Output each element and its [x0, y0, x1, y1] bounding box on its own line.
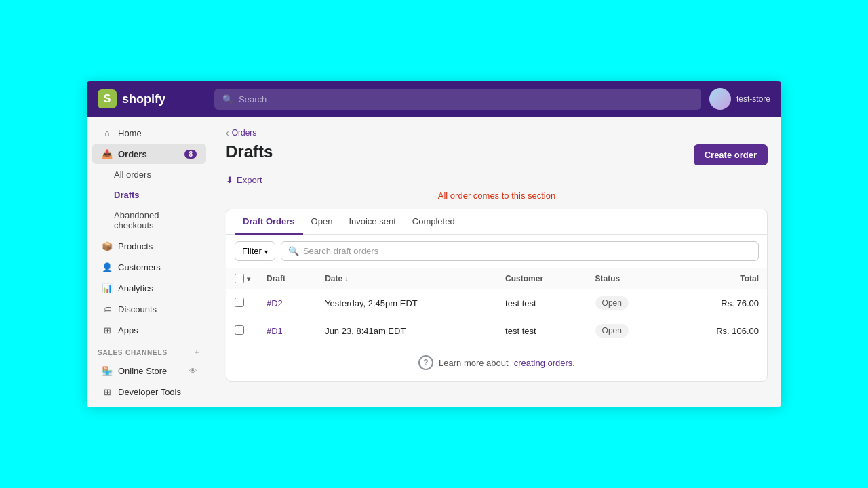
sidebar-item-orders[interactable]: 📥 Orders 8 — [92, 144, 206, 164]
discounts-icon: 🏷 — [102, 304, 113, 314]
search-input[interactable] — [239, 94, 693, 104]
avatar — [709, 88, 731, 110]
logo-area: S shopify — [98, 89, 206, 108]
sidebar-item-analytics[interactable]: 📊 Analytics — [92, 278, 206, 298]
draft-search-wrapper[interactable]: 🔍 — [281, 241, 759, 261]
orders-badge: 8 — [184, 150, 197, 159]
sidebar-label-analytics: Analytics — [118, 283, 153, 293]
row-2-total: Rs. 106.00 — [669, 317, 767, 345]
export-icon: ⬇ — [226, 175, 233, 185]
search-bar-container[interactable]: 🔍 — [214, 89, 701, 110]
row-1-status-badge: Open — [595, 296, 629, 310]
row-1-checkbox-cell — [226, 289, 258, 317]
row-1-total: Rs. 76.00 — [669, 289, 767, 317]
help-footer: ? Learn more about creating orders. — [226, 344, 767, 381]
sidebar-item-home[interactable]: ⌂ Home — [92, 123, 206, 143]
th-date[interactable]: Date — [317, 268, 497, 289]
drafts-card: Draft Orders Open Invoice sent Completed — [226, 209, 768, 382]
export-button[interactable]: ⬇ Export — [226, 175, 262, 185]
sidebar-label-online-store: Online Store — [118, 366, 167, 376]
nav-right: test-store — [709, 88, 770, 110]
table-row: #D2 Yesterday, 2:45pm EDT test test Open… — [226, 289, 767, 317]
sidebar-label-apps: Apps — [118, 325, 138, 336]
tab-open[interactable]: Open — [303, 209, 341, 235]
row-2-status-badge: Open — [595, 324, 629, 338]
help-text: Learn more about — [439, 358, 509, 368]
row-2-checkbox-cell — [226, 317, 258, 345]
page-actions-row: Drafts Create order — [226, 142, 768, 167]
tab-completed[interactable]: Completed — [404, 209, 463, 235]
orders-icon: 📥 — [102, 148, 113, 159]
sidebar-item-developer-tools[interactable]: ⊞ Developer Tools — [92, 382, 206, 402]
customers-icon: 👤 — [102, 262, 113, 272]
row-2-date: Jun 23, 8:41am EDT — [317, 317, 497, 345]
logo-text: shopify — [122, 92, 165, 106]
sidebar-item-all-orders[interactable]: All orders — [92, 165, 206, 184]
row-2-draft-link[interactable]: #D1 — [267, 326, 283, 336]
page-title: Drafts — [226, 142, 273, 161]
th-customer: Customer — [497, 268, 587, 289]
sidebar-label-home: Home — [118, 128, 142, 138]
row-2-draft: #D1 — [258, 317, 317, 345]
row-1-draft: #D2 — [258, 289, 317, 317]
sidebar-label-developer-tools: Developer Tools — [118, 387, 181, 397]
breadcrumb-text: Orders — [232, 128, 257, 138]
shopify-logo-icon: S — [98, 89, 117, 108]
tab-draft-orders[interactable]: Draft Orders — [235, 209, 303, 235]
filter-button[interactable]: Filter — [235, 241, 275, 261]
sidebar-label-discounts: Discounts — [118, 304, 157, 314]
tab-invoice-sent[interactable]: Invoice sent — [340, 209, 403, 235]
row-1-draft-link[interactable]: #D2 — [267, 298, 283, 308]
products-icon: 📦 — [102, 241, 113, 251]
breadcrumb-arrow: ‹ — [226, 127, 229, 138]
row-1-checkbox[interactable] — [235, 298, 244, 307]
sidebar-item-abandoned[interactable]: Abandoned checkouts — [92, 205, 206, 235]
th-total: Total — [669, 268, 767, 289]
select-all-chevron-icon[interactable] — [247, 274, 250, 283]
creating-orders-link[interactable]: creating orders. — [514, 358, 575, 368]
add-sales-channel-icon[interactable]: ＋ — [193, 348, 201, 357]
draft-search-input[interactable] — [303, 246, 751, 256]
breadcrumb[interactable]: ‹ Orders — [226, 127, 768, 138]
sidebar: ⌂ Home 📥 Orders 8 All orders Drafts Aban… — [87, 117, 212, 407]
row-1-customer: test test — [497, 289, 587, 317]
sidebar-label-drafts: Drafts — [114, 190, 140, 200]
online-store-icon: 🏪 — [102, 365, 113, 376]
sidebar-item-customers[interactable]: 👤 Customers — [92, 257, 206, 277]
row-2-customer: test test — [497, 317, 587, 345]
main-layout: ⌂ Home 📥 Orders 8 All orders Drafts Aban… — [87, 117, 781, 407]
sidebar-label-abandoned: Abandoned checkouts — [114, 210, 197, 230]
sales-channels-label: SALES CHANNELS — [98, 349, 167, 357]
sidebar-label-products: Products — [118, 241, 153, 251]
export-label: Export — [237, 175, 262, 185]
draft-search-icon: 🔍 — [288, 246, 299, 256]
sales-channels-section: SALES CHANNELS ＋ — [87, 341, 212, 360]
apps-icon: ⊞ — [102, 325, 113, 336]
th-checkbox — [226, 268, 258, 289]
sidebar-label-customers: Customers — [118, 262, 161, 272]
table-row: #D1 Jun 23, 8:41am EDT test test Open Rs… — [226, 317, 767, 345]
filter-row: Filter 🔍 — [226, 235, 767, 268]
filter-chevron-icon — [264, 246, 268, 256]
sidebar-item-drafts[interactable]: Drafts — [92, 185, 206, 205]
home-icon: ⌂ — [102, 127, 113, 138]
row-2-checkbox[interactable] — [235, 325, 244, 335]
help-icon: ? — [418, 355, 433, 370]
row-2-status: Open — [587, 317, 669, 345]
sidebar-label-all-orders: All orders — [114, 169, 151, 180]
sidebar-item-online-store[interactable]: 🏪 Online Store 👁 — [92, 361, 206, 381]
select-all-checkbox[interactable] — [235, 274, 244, 283]
online-store-eye-icon[interactable]: 👁 — [189, 367, 197, 375]
row-1-date: Yesterday, 2:45pm EDT — [317, 289, 497, 317]
th-status: Status — [587, 268, 669, 289]
th-draft: Draft — [258, 268, 317, 289]
sidebar-item-discounts[interactable]: 🏷 Discounts — [92, 299, 206, 319]
date-sort-icon — [345, 274, 349, 283]
sidebar-item-products[interactable]: 📦 Products — [92, 236, 206, 256]
create-order-button[interactable]: Create order — [694, 144, 768, 165]
tabs-row: Draft Orders Open Invoice sent Completed — [226, 209, 767, 235]
topbar: S shopify 🔍 test-store — [87, 81, 781, 117]
sidebar-item-apps[interactable]: ⊞ Apps — [92, 320, 206, 340]
row-1-status: Open — [587, 289, 669, 317]
main-content: ‹ Orders Drafts Create order ⬇ Export Al… — [212, 117, 781, 407]
